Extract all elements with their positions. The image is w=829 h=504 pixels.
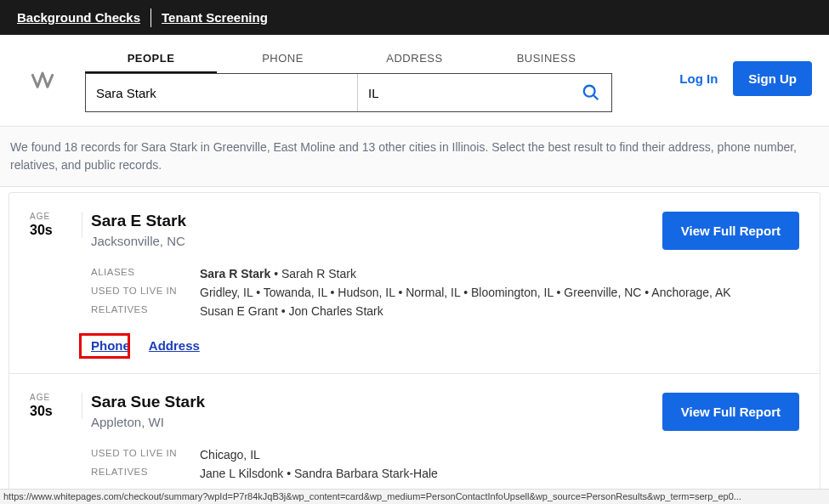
svg-line-1 (593, 95, 598, 99)
aliases-value: Sara R Stark • Sarah R Stark (200, 267, 356, 280)
header: PEOPLE PHONE ADDRESS BUSINESS Log In Sig… (0, 35, 829, 127)
browser-status-bar: https://www.whitepages.com/checkout/summ… (0, 489, 829, 504)
search-panel: PEOPLE PHONE ADDRESS BUSINESS (85, 45, 612, 112)
lived-in-value: Gridley, IL • Towanda, IL • Hudson, IL •… (200, 286, 731, 299)
age-column: AGE 30s (30, 212, 82, 238)
logo[interactable] (17, 67, 68, 91)
phone-link[interactable]: Phone (91, 338, 130, 353)
age-label: AGE (30, 393, 73, 402)
search-row (85, 73, 612, 112)
tab-phone[interactable]: PHONE (217, 45, 349, 73)
search-button[interactable] (571, 74, 611, 111)
result-details: ALIASES Sara R Stark • Sarah R Stark USE… (91, 267, 799, 318)
relatives-label: RELATIVES (91, 467, 200, 480)
view-report-button[interactable]: View Full Report (662, 212, 799, 250)
signup-button[interactable]: Sign Up (733, 61, 812, 96)
lived-in-value: Chicago, IL (200, 448, 260, 462)
tab-people[interactable]: PEOPLE (85, 45, 217, 73)
result-card: AGE 30s Sara E Stark Jacksonville, NC Vi… (9, 193, 820, 374)
age-value: 30s (30, 223, 73, 238)
result-details: USED TO LIVE IN Chicago, IL RELATIVES Ja… (91, 448, 799, 480)
tab-business[interactable]: BUSINESS (480, 45, 612, 73)
auth-links: Log In Sign Up (679, 61, 812, 96)
tab-address[interactable]: ADDRESS (349, 45, 480, 73)
lived-in-label: USED TO LIVE IN (91, 448, 200, 462)
age-label: AGE (30, 212, 73, 221)
person-location: Appleton, WI (91, 415, 205, 429)
view-report-button[interactable]: View Full Report (662, 393, 799, 431)
person-location: Jacksonville, NC (91, 234, 186, 248)
result-card: AGE 30s Sara Sue Stark Appleton, WI View… (9, 374, 820, 504)
search-location-input[interactable] (358, 74, 571, 111)
relatives-label: RELATIVES (91, 304, 200, 318)
lived-in-label: USED TO LIVE IN (91, 286, 200, 299)
relatives-value: Jane L Kilsdonk • Sandra Barbara Stark-H… (200, 467, 438, 480)
relatives-value: Susan E Grant • Jon Charles Stark (200, 304, 383, 318)
age-value: 30s (30, 404, 73, 419)
search-icon (582, 83, 600, 102)
results-summary: We found 18 records for Sara Stark in Gr… (0, 127, 829, 187)
nav-background-checks[interactable]: Background Checks (17, 10, 140, 25)
aliases-label: ALIASES (91, 267, 200, 280)
nav-separator (150, 8, 151, 27)
logo-icon (31, 67, 54, 91)
address-link[interactable]: Address (149, 338, 200, 353)
nav-tenant-screening[interactable]: Tenant Screening (162, 10, 268, 25)
login-link[interactable]: Log In (679, 71, 718, 86)
svg-point-0 (584, 86, 595, 97)
age-column: AGE 30s (30, 393, 82, 419)
top-nav: Background Checks Tenant Screening (0, 0, 829, 35)
person-name: Sara Sue Stark (91, 393, 205, 411)
search-tabs: PEOPLE PHONE ADDRESS BUSINESS (85, 45, 612, 73)
quick-links: Phone Address (91, 338, 799, 353)
person-name: Sara E Stark (91, 212, 186, 230)
results-list: AGE 30s Sara E Stark Jacksonville, NC Vi… (9, 192, 820, 504)
search-name-input[interactable] (86, 74, 358, 111)
